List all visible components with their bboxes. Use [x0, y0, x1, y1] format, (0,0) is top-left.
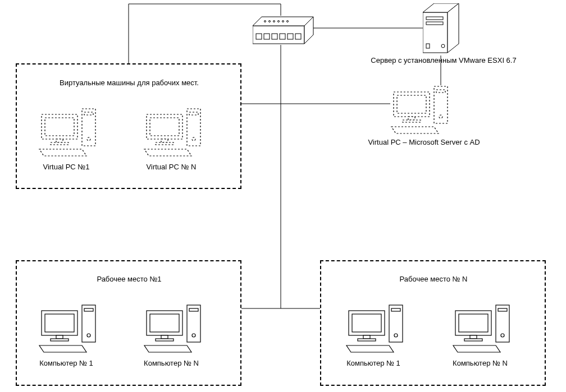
svg-rect-44 [156, 142, 174, 145]
svg-rect-36 [51, 142, 69, 145]
vm-pc-1-label: Virtual PC №1 [21, 163, 111, 171]
switch-icon [253, 16, 314, 45]
svg-point-20 [441, 44, 445, 48]
svg-point-72 [501, 334, 504, 337]
svg-rect-74 [459, 314, 488, 332]
group-ws1-title: Рабочее место №1 [34, 275, 225, 283]
svg-rect-5 [272, 34, 277, 39]
ad-pc-label: Virtual PC – Microsoft Server с AD [359, 138, 489, 146]
svg-point-12 [278, 21, 280, 22]
svg-rect-19 [426, 22, 443, 25]
svg-rect-35 [56, 139, 63, 142]
svg-marker-37 [39, 149, 86, 156]
svg-rect-8 [295, 34, 301, 39]
svg-rect-52 [51, 339, 69, 341]
svg-marker-77 [453, 345, 500, 352]
svg-rect-6 [280, 34, 285, 39]
server-label: Сервер с установленным VMware ESXI 6.7 [359, 56, 528, 64]
svg-marker-45 [144, 149, 191, 156]
wsn-pc-n-label: Компьютер № N [435, 359, 525, 367]
svg-rect-42 [150, 118, 179, 136]
svg-rect-34 [45, 118, 74, 136]
svg-rect-71 [498, 308, 507, 311]
svg-rect-26 [397, 95, 426, 113]
svg-point-11 [273, 21, 275, 22]
group-vms-title: Виртуальные машины для рабочих мест. [34, 79, 225, 87]
svg-rect-4 [264, 34, 270, 39]
ws1-pc-1-icon [38, 303, 89, 348]
vm-pc-n-label: Virtual PC № N [126, 163, 216, 171]
svg-rect-59 [161, 335, 168, 339]
svg-point-24 [439, 115, 442, 118]
svg-rect-66 [352, 314, 381, 332]
svg-point-56 [192, 334, 195, 337]
svg-point-48 [87, 334, 90, 337]
svg-point-32 [87, 137, 90, 141]
wsn-pc-1-icon [345, 303, 396, 348]
svg-marker-29 [391, 127, 439, 133]
svg-marker-69 [346, 345, 394, 352]
svg-point-64 [394, 334, 398, 337]
svg-point-9 [264, 21, 266, 22]
svg-rect-28 [403, 120, 421, 122]
vm-pc-1-icon [38, 107, 89, 151]
svg-rect-60 [156, 339, 174, 341]
svg-rect-75 [470, 335, 477, 339]
svg-rect-23 [436, 90, 445, 93]
svg-rect-7 [287, 34, 293, 39]
server-icon [423, 3, 462, 54]
svg-marker-53 [39, 345, 86, 352]
svg-rect-43 [161, 139, 168, 142]
svg-point-14 [287, 21, 289, 22]
ws1-pc-1-label: Компьютер № 1 [21, 359, 111, 367]
svg-rect-39 [189, 112, 198, 115]
group-wsn-title: Рабочее место № N [338, 275, 529, 283]
svg-rect-55 [189, 308, 198, 311]
svg-rect-63 [391, 308, 400, 311]
svg-rect-31 [84, 112, 93, 115]
wsn-pc-1-label: Компьютер № 1 [328, 359, 418, 367]
svg-rect-67 [363, 335, 370, 339]
wsn-pc-n-icon [452, 303, 503, 348]
svg-marker-17 [448, 3, 459, 53]
svg-rect-76 [464, 339, 482, 341]
svg-rect-18 [426, 17, 443, 20]
svg-rect-50 [45, 314, 74, 332]
diagram-canvas: Сервер с установленным VMware ESXI 6.7 V… [0, 0, 566, 392]
vm-pc-n-icon [143, 107, 194, 151]
svg-point-10 [269, 21, 271, 22]
ws1-pc-n-icon [143, 303, 194, 348]
svg-rect-58 [150, 314, 179, 332]
svg-rect-68 [358, 339, 376, 341]
svg-marker-61 [144, 345, 191, 352]
svg-rect-47 [84, 308, 93, 311]
svg-point-40 [192, 137, 195, 141]
svg-rect-21 [426, 44, 430, 48]
svg-point-13 [282, 21, 284, 22]
svg-rect-51 [56, 335, 63, 339]
svg-rect-3 [256, 34, 262, 39]
svg-rect-27 [408, 117, 415, 120]
ad-pc-icon [390, 84, 441, 129]
ws1-pc-n-label: Компьютер № N [126, 359, 216, 367]
